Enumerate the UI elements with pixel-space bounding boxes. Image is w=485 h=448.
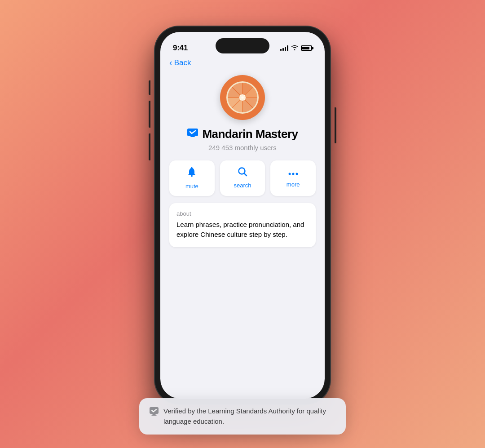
app-icon: [220, 75, 265, 120]
svg-point-20: [295, 173, 298, 175]
app-brand-icon: [187, 128, 198, 140]
silent-switch: [149, 80, 150, 95]
mute-button[interactable]: mute: [169, 160, 215, 196]
verification-banner: Verified by the Learning Standards Autho…: [139, 398, 346, 435]
search-label: search: [234, 182, 251, 189]
svg-point-19: [292, 173, 294, 175]
app-title-row: Mandarin Mastery: [169, 127, 316, 141]
power-button: [335, 107, 336, 143]
ellipsis-icon: [288, 167, 298, 178]
phone-screen: 9:41: [160, 32, 325, 399]
screen-content: ‹ Back: [160, 58, 325, 399]
action-buttons: mute search: [169, 160, 316, 196]
about-description: Learn phrases, practice pronunciation, a…: [176, 220, 309, 240]
verified-icon: [149, 407, 159, 419]
search-icon: [238, 167, 247, 179]
svg-point-18: [288, 173, 291, 175]
search-button[interactable]: search: [220, 160, 265, 196]
svg-rect-21: [150, 407, 159, 414]
status-icons: [280, 44, 312, 52]
phone-mockup: 9:41: [155, 27, 330, 404]
back-label: Back: [174, 58, 191, 67]
about-card: about Learn phrases, practice pronunciat…: [169, 203, 316, 247]
about-section-label: about: [176, 210, 309, 217]
signal-icon: [280, 45, 288, 51]
app-icon-wrapper: [169, 75, 316, 120]
mute-label: mute: [185, 183, 198, 190]
volume-down-button: [149, 133, 150, 160]
status-time: 9:41: [173, 44, 188, 53]
volume-up-button: [149, 101, 150, 128]
app-title: Mandarin Mastery: [202, 127, 298, 141]
svg-line-17: [244, 173, 247, 176]
svg-point-14: [191, 175, 193, 177]
app-subtitle: 249 453 monthly users: [169, 144, 316, 151]
verification-text: Verified by the Learning Standards Autho…: [163, 406, 336, 426]
svg-rect-15: [191, 167, 193, 168]
back-button[interactable]: ‹ Back: [169, 58, 316, 68]
svg-point-12: [242, 96, 244, 98]
more-label: more: [287, 181, 300, 188]
wifi-icon: [291, 44, 298, 52]
dynamic-island: [216, 38, 269, 53]
battery-icon: [301, 45, 312, 51]
bell-icon: [187, 167, 197, 180]
back-chevron-icon: ‹: [169, 58, 172, 68]
more-button[interactable]: more: [270, 160, 316, 196]
